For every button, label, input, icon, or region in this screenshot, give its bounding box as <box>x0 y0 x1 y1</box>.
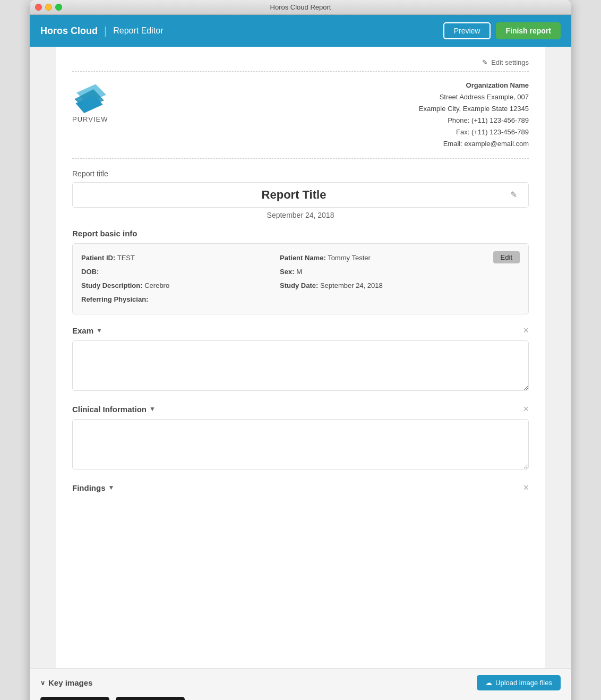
org-address1: Street Address Example, 007 <box>419 91 529 103</box>
edit-title-button[interactable]: ✎ <box>507 189 520 201</box>
upload-images-label: Upload image files <box>495 679 552 687</box>
content-wrapper: ✎ Edit settings PURVIEW <box>30 47 571 700</box>
key-image-2: ▼ Key Image #2 <box>116 697 185 700</box>
patient-name-value: Tommy Tester <box>328 254 371 262</box>
section-findings: Findings ▼ × <box>72 482 529 493</box>
key-images-chevron[interactable]: ∨ <box>40 679 45 687</box>
key-images-grid: ▼ Key Image #1 ▼ Key Image #2 <box>40 697 561 700</box>
key-images-header: ∨ Key images ☁ Upload image files <box>40 675 561 690</box>
key-images-label: Key images <box>48 678 92 687</box>
minimize-button[interactable] <box>45 4 52 11</box>
preview-button[interactable]: Preview <box>443 22 491 39</box>
clinical-label: Clinical Information <box>72 405 147 414</box>
sex-label: Sex: <box>280 268 294 276</box>
exam-section-header: Exam ▼ × <box>72 325 529 336</box>
org-phone: Phone: (+11) 123-456-789 <box>419 115 529 126</box>
brand-name: Horos Cloud <box>40 25 98 37</box>
title-bar: Horos Cloud Report <box>30 0 571 15</box>
org-name: Organization Name <box>419 80 529 91</box>
close-button[interactable] <box>35 4 42 11</box>
referring-row: Referring Physician: <box>81 293 169 306</box>
findings-section-name: Findings ▼ <box>72 483 114 492</box>
org-address2: Example City, Example State 12345 <box>419 103 529 115</box>
report-title-text: Report Title <box>81 188 507 202</box>
exam-section-name: Exam ▼ <box>72 326 102 335</box>
window-title: Horos Cloud Report <box>270 3 331 11</box>
clinical-dropdown-arrow[interactable]: ▼ <box>149 405 156 413</box>
key-images-title: ∨ Key images <box>40 678 92 687</box>
sex-value: M <box>296 268 302 276</box>
sex-row: Sex: M <box>280 265 383 279</box>
patient-id-label: Patient ID: <box>81 254 115 262</box>
clinical-section-name: Clinical Information ▼ <box>72 405 156 414</box>
logo-text: PURVIEW <box>72 115 108 123</box>
findings-dropdown-arrow[interactable]: ▼ <box>108 484 115 491</box>
findings-section-header: Findings ▼ × <box>72 482 529 493</box>
study-desc-value: Cerebro <box>144 281 169 289</box>
section-exam: Exam ▼ × <box>72 325 529 393</box>
edit-settings-icon: ✎ <box>482 58 488 66</box>
report-title-box: Report Title ✎ <box>72 182 529 208</box>
study-date-label: Study Date: <box>280 281 318 289</box>
logo-area: PURVIEW <box>72 80 115 123</box>
exam-close-button[interactable]: × <box>523 325 529 336</box>
patient-name-row: Patient Name: Tommy Tester <box>280 251 383 265</box>
clinical-textarea[interactable] <box>72 419 529 469</box>
exam-label: Exam <box>72 326 93 335</box>
report-title-label: Report title <box>72 169 529 178</box>
edit-settings-link[interactable]: ✎ Edit settings <box>482 58 529 66</box>
section-clinical-information: Clinical Information ▼ × <box>72 404 529 472</box>
clinical-close-button[interactable]: × <box>523 404 529 415</box>
study-date-row: Study Date: September 24, 2018 <box>280 279 383 293</box>
dob-label: DOB: <box>81 268 99 276</box>
org-fax: Fax: (+11) 123-456-789 <box>419 126 529 138</box>
findings-label: Findings <box>72 483 106 492</box>
dob-row: DOB: <box>81 265 169 279</box>
exam-dropdown-arrow[interactable]: ▼ <box>96 327 102 334</box>
org-info: Organization Name Street Address Example… <box>419 80 529 150</box>
window-controls <box>35 4 62 11</box>
info-col-right: Patient Name: Tommy Tester Sex: M Study … <box>280 251 383 293</box>
patient-id-row: Patient ID: TEST <box>81 251 169 265</box>
upload-images-button[interactable]: ☁ Upload image files <box>477 675 561 690</box>
findings-close-button[interactable]: × <box>523 482 529 493</box>
study-desc-label: Study Description: <box>81 281 143 289</box>
patient-name-label: Patient Name: <box>280 254 326 262</box>
key-images-panel: ∨ Key images ☁ Upload image files <box>30 668 571 700</box>
report-basic-info-label: Report basic info <box>72 229 529 238</box>
basic-info-box: Patient ID: TEST DOB: Study Description:… <box>72 243 529 314</box>
patient-id-value: TEST <box>117 254 135 262</box>
referring-label: Referring Physician: <box>81 295 148 303</box>
header-right: Preview Finish report <box>443 22 561 39</box>
section-name: Report Editor <box>113 26 163 36</box>
maximize-button[interactable] <box>55 4 62 11</box>
study-date-value: September 24, 2018 <box>320 281 383 289</box>
clinical-section-header: Clinical Information ▼ × <box>72 404 529 415</box>
header-divider: | <box>104 25 107 37</box>
info-col-left: Patient ID: TEST DOB: Study Description:… <box>81 251 169 306</box>
upload-cloud-icon: ☁ <box>485 679 492 687</box>
purview-logo <box>72 80 115 114</box>
org-header-row: PURVIEW Organization Name Street Address… <box>72 71 529 159</box>
main-content: ✎ Edit settings PURVIEW <box>56 47 545 668</box>
study-desc-row: Study Description: Cerebro <box>81 279 169 293</box>
edit-settings-label: Edit settings <box>491 58 529 66</box>
app-header: Horos Cloud | Report Editor Preview Fini… <box>30 15 571 47</box>
org-email: Email: example@email.com <box>419 138 529 150</box>
finish-report-button[interactable]: Finish report <box>496 22 561 39</box>
exam-textarea[interactable] <box>72 340 529 391</box>
report-date: September 24, 2018 <box>72 211 529 219</box>
edit-patient-button[interactable]: Edit <box>493 251 520 263</box>
edit-settings-row: ✎ Edit settings <box>72 57 529 67</box>
key-image-1: ▼ Key Image #1 <box>40 697 109 700</box>
header-left: Horos Cloud | Report Editor <box>40 25 163 37</box>
